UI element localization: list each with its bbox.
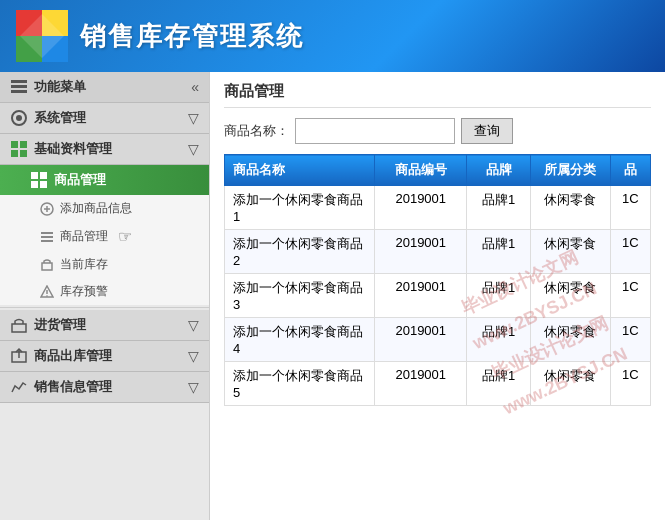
cell-price: 1C: [610, 186, 650, 230]
search-label: 商品名称：: [224, 122, 289, 140]
cell-name: 添加一个休闲零食商品2: [225, 230, 375, 274]
svg-rect-16: [31, 181, 38, 188]
sidebar: 功能菜单 « 系统管理 ▽: [0, 72, 210, 520]
cell-code: 2019001: [375, 318, 467, 362]
cell-price: 1C: [610, 230, 650, 274]
add-product-label: 添加商品信息: [60, 200, 132, 217]
sidebar-add-product[interactable]: 添加商品信息: [0, 195, 209, 222]
product-table: 商品名称 商品编号 品牌 所属分类 品 添加一个休闲零食商品1 2019001 …: [224, 154, 651, 406]
cell-name: 添加一个休闲零食商品5: [225, 362, 375, 406]
table-row[interactable]: 添加一个休闲零食商品5 2019001 品牌1 休闲零食 1C: [225, 362, 651, 406]
sidebar-system-header[interactable]: 系统管理 ▽: [0, 103, 209, 134]
cell-category: 休闲零食: [530, 318, 610, 362]
page-title: 商品管理: [224, 82, 651, 108]
svg-rect-7: [11, 90, 27, 93]
cell-price: 1C: [610, 274, 650, 318]
svg-point-9: [16, 115, 22, 121]
cell-brand: 品牌1: [467, 230, 530, 274]
cell-name: 添加一个休闲零食商品3: [225, 274, 375, 318]
system-chevron: ▽: [188, 110, 199, 126]
cell-brand: 品牌1: [467, 362, 530, 406]
th-brand: 品牌: [467, 155, 530, 186]
svg-rect-10: [11, 141, 18, 148]
current-stock-icon: [40, 258, 54, 272]
cell-name: 添加一个休闲零食商品1: [225, 186, 375, 230]
sales-label: 销售信息管理: [34, 378, 112, 396]
table-row[interactable]: 添加一个休闲零食商品2 2019001 品牌1 休闲零食 1C: [225, 230, 651, 274]
svg-point-27: [46, 295, 48, 297]
app-logo-icon: [16, 10, 68, 62]
sidebar-product-sub: 添加商品信息 商品管理 ☞ 当前库存: [0, 195, 209, 305]
cell-category: 休闲零食: [530, 274, 610, 318]
svg-rect-21: [41, 232, 53, 234]
cell-name: 添加一个休闲零食商品4: [225, 318, 375, 362]
product-manage-label: 商品管理: [54, 171, 106, 189]
cell-category: 休闲零食: [530, 362, 610, 406]
outbound-label: 商品出库管理: [34, 347, 112, 365]
sidebar-basic-header[interactable]: 基础资料管理 ▽: [0, 134, 209, 165]
sidebar-purchase-header[interactable]: 进货管理 ▽: [0, 310, 209, 341]
main-layout: 功能菜单 « 系统管理 ▽: [0, 72, 665, 520]
table-row[interactable]: 添加一个休闲零食商品1 2019001 品牌1 休闲零食 1C: [225, 186, 651, 230]
sidebar-product-list[interactable]: 商品管理 ☞: [0, 222, 209, 251]
sidebar-stock-warning[interactable]: 库存预警: [0, 278, 209, 305]
system-label: 系统管理: [34, 109, 86, 127]
search-button[interactable]: 查询: [461, 118, 513, 144]
svg-rect-6: [11, 85, 27, 88]
svg-rect-23: [41, 240, 53, 242]
th-code: 商品编号: [375, 155, 467, 186]
cell-code: 2019001: [375, 362, 467, 406]
cell-price: 1C: [610, 362, 650, 406]
table-row[interactable]: 添加一个休闲零食商品3 2019001 品牌1 休闲零食 1C: [225, 274, 651, 318]
th-name: 商品名称: [225, 155, 375, 186]
sidebar-outbound-header[interactable]: 商品出库管理 ▽: [0, 341, 209, 372]
cursor-icon: ☞: [118, 227, 132, 246]
app-header: 销售库存管理系统: [0, 0, 665, 72]
purchase-label: 进货管理: [34, 316, 86, 334]
stock-warning-label: 库存预警: [60, 283, 108, 300]
app-title: 销售库存管理系统: [80, 19, 304, 54]
basic-chevron: ▽: [188, 141, 199, 157]
sidebar-sales-header[interactable]: 销售信息管理 ▽: [0, 372, 209, 403]
cell-brand: 品牌1: [467, 318, 530, 362]
product-list-label: 商品管理: [60, 228, 108, 245]
table-header-row: 商品名称 商品编号 品牌 所属分类 品: [225, 155, 651, 186]
cell-brand: 品牌1: [467, 186, 530, 230]
svg-rect-22: [41, 236, 53, 238]
sidebar-current-stock[interactable]: 当前库存: [0, 251, 209, 278]
product-icon: [30, 171, 48, 189]
add-product-icon: [40, 202, 54, 216]
th-category: 所属分类: [530, 155, 610, 186]
search-input[interactable]: [295, 118, 455, 144]
function-menu-label: 功能菜单: [34, 78, 86, 96]
svg-rect-14: [31, 172, 38, 179]
sales-icon: [10, 378, 28, 396]
svg-rect-13: [20, 150, 27, 157]
sidebar-product-manage[interactable]: 商品管理: [0, 165, 209, 195]
svg-rect-5: [11, 80, 27, 83]
cell-brand: 品牌1: [467, 274, 530, 318]
cell-code: 2019001: [375, 230, 467, 274]
cell-category: 休闲零食: [530, 186, 610, 230]
cell-code: 2019001: [375, 186, 467, 230]
outbound-icon: [10, 347, 28, 365]
current-stock-label: 当前库存: [60, 256, 108, 273]
content-area: 商品管理 商品名称： 查询 商品名称 商品编号 品牌 所属分类 品 添加一个休闲…: [210, 72, 665, 520]
product-list-icon: [40, 230, 54, 244]
table-row[interactable]: 添加一个休闲零食商品4 2019001 品牌1 休闲零食 1C: [225, 318, 651, 362]
svg-rect-12: [11, 150, 18, 157]
sidebar-function-menu-header[interactable]: 功能菜单 «: [0, 72, 209, 103]
sales-chevron: ▽: [188, 379, 199, 395]
svg-rect-28: [12, 324, 26, 332]
purchase-chevron: ▽: [188, 317, 199, 333]
cell-price: 1C: [610, 318, 650, 362]
purchase-icon: [10, 316, 28, 334]
th-price: 品: [610, 155, 650, 186]
outbound-chevron: ▽: [188, 348, 199, 364]
basic-icon: [10, 140, 28, 158]
cell-category: 休闲零食: [530, 230, 610, 274]
svg-rect-24: [42, 263, 52, 270]
basic-label: 基础资料管理: [34, 140, 112, 158]
function-menu-chevron: «: [191, 79, 199, 95]
search-bar: 商品名称： 查询: [224, 118, 651, 144]
